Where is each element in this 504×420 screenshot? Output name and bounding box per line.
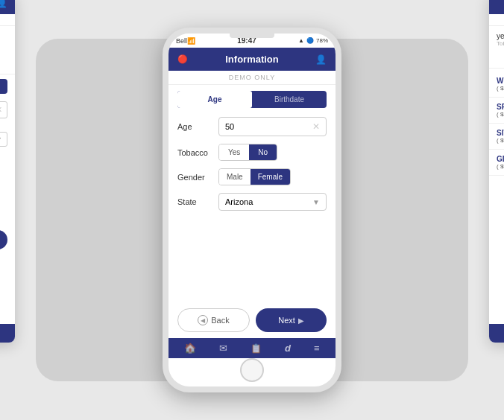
left-tab-premium[interactable]: Premium xyxy=(0,79,7,94)
tobacco-yes-option[interactable]: Yes xyxy=(219,144,249,160)
back-chevron-icon: ◀ xyxy=(198,315,208,325)
state-select[interactable]: Arizona ▼ xyxy=(218,193,327,211)
gender-label: Gender xyxy=(177,173,218,182)
app-header: 🔴 Information 👤 xyxy=(168,48,336,71)
user-icon[interactable]: 👤 xyxy=(312,54,327,65)
bottom-actions: ◀ Back Next ▶ xyxy=(168,302,336,338)
age-input[interactable]: 50 ✕ xyxy=(218,117,327,136)
product-title-1: SPWL xyxy=(497,103,504,111)
next-label: Next xyxy=(278,316,295,325)
age-row: Age 50 ✕ xyxy=(177,117,327,136)
tobacco-label: Tobacco xyxy=(177,148,218,157)
tab-age[interactable]: Age xyxy=(177,91,252,108)
list-item[interactable]: SIWL ( $5,000.00 - $25,000.00 ) ▶ xyxy=(489,124,504,150)
left-bottom-actions: ◀ Back Calculate ▶ xyxy=(0,226,15,254)
left-state-value: AZ xyxy=(0,57,7,65)
state-row: State Arizona ▼ xyxy=(177,193,327,211)
nav-menu[interactable]: ≡ xyxy=(314,343,320,354)
form-content: Age 50 ✕ Tobacco Yes No Gender Male xyxy=(168,114,336,302)
left-calculate-button[interactable]: Calculate ▶ xyxy=(0,230,7,249)
age-value: 50 xyxy=(225,122,234,131)
product-range-2: ( $5,000.00 - $25,000.00 ) xyxy=(497,137,504,144)
product-range-0: ( $25,000.00 - $9,999,999.00 ) xyxy=(497,85,504,92)
left-face-amount-clear[interactable]: ✕ xyxy=(0,105,2,115)
battery: 78% xyxy=(316,37,328,44)
nav-mail[interactable]: ✉ xyxy=(219,343,227,354)
right-age-value: years old xyxy=(497,32,504,40)
state-value: Arizona xyxy=(225,197,253,206)
left-tab-toggle: Face Amount Premium xyxy=(0,79,7,94)
right-header: Product List 👤 xyxy=(489,0,504,14)
list-item[interactable]: SPWL ( $24,773.94 - $495,478.76 ) ▶ xyxy=(489,98,504,124)
product-list: Whole Life ( $25,000.00 - $9,999,999.00 … xyxy=(489,69,504,324)
bluetooth-icon: 🔵 xyxy=(306,37,314,44)
left-gender-value: Female xyxy=(0,39,7,47)
gender-toggle: Male Female xyxy=(218,168,291,185)
state-chevron: ▼ xyxy=(312,198,320,206)
right-bottom-nav: ✉ 📋 d ≡ xyxy=(489,324,504,343)
tab-toggle: Age Birthdate xyxy=(177,91,327,108)
product-range-3: ( $5,000.00 - $10,000.00 ) xyxy=(497,163,504,170)
next-button[interactable]: Next ▶ xyxy=(256,308,327,332)
list-item[interactable]: Whole Life ( $25,000.00 - $9,999,999.00 … xyxy=(489,71,504,98)
gender-female-option[interactable]: Female xyxy=(251,169,290,185)
right-tobacco-label: Tobacco xyxy=(497,40,504,47)
left-mode-select[interactable]: Monthly EFT ▼ xyxy=(0,132,7,147)
right-demo-label: DEMO ONLY xyxy=(489,14,504,26)
phone-screen: Bell 📶 19:47 ▲ 🔵 78% 🔴 Information 👤 DEM… xyxy=(168,34,336,358)
center-phone: Bell 📶 19:47 ▲ 🔵 78% 🔴 Information 👤 DEM… xyxy=(163,28,341,392)
product-title-0: Whole Life xyxy=(497,77,504,85)
page-title: Information xyxy=(192,54,312,65)
product-title-3: GDB xyxy=(497,155,504,163)
product-title-2: SIWL xyxy=(497,129,504,137)
left-gender-label: Gender xyxy=(0,32,7,39)
signal-icon: 📶 xyxy=(187,37,195,45)
nav-home[interactable]: 🏠 xyxy=(184,343,196,354)
demo-only-label: DEMO ONLY xyxy=(168,71,336,85)
left-face-amount-input[interactable]: 30,000.00 ✕ xyxy=(0,101,7,118)
age-label: Age xyxy=(177,122,218,131)
nav-d[interactable]: d xyxy=(285,343,291,354)
gender-row: Gender Male Female xyxy=(177,168,327,185)
phone-home-button[interactable] xyxy=(240,358,264,382)
left-demo-label: DEMO ONLY xyxy=(0,14,15,26)
location-icon: ▲ xyxy=(298,37,304,44)
next-chevron-icon: ▶ xyxy=(298,316,304,325)
left-state-label: State xyxy=(0,50,7,57)
right-info-block: years old Tobacco Gender Female State AZ xyxy=(489,26,504,69)
bottom-nav: 🏠 ✉ 📋 d ≡ xyxy=(168,338,336,358)
left-screen: 🔴 WHOLE LIFE 👤 DEMO ONLY Age 50 years ol… xyxy=(0,0,15,343)
left-bottom-nav: 🏠 ✉ 📋 d ≡ xyxy=(0,324,15,343)
right-screen: Product List 👤 DEMO ONLY years old Tobac… xyxy=(489,0,504,343)
list-item[interactable]: GDB ( $5,000.00 - $10,000.00 ) ▶ xyxy=(489,150,504,176)
phone-notch xyxy=(230,34,274,38)
left-form: Face Amount 30,000.00 ✕ ( $25,000 - $9,9… xyxy=(0,98,15,156)
age-clear-icon[interactable]: ✕ xyxy=(312,121,320,132)
product-range-1: ( $24,773.94 - $495,478.76 ) xyxy=(497,111,504,118)
nav-doc[interactable]: 📋 xyxy=(251,343,262,354)
tobacco-toggle: Yes No xyxy=(218,144,277,161)
tab-birthdate[interactable]: Birthdate xyxy=(252,91,327,108)
brand-icon: 🔴 xyxy=(177,54,192,64)
carrier: Bell xyxy=(176,37,187,45)
left-info-block: Age 50 years old Gender Female Tobacco N… xyxy=(0,26,15,74)
left-user-icon: 👤 xyxy=(0,0,7,8)
state-label: State xyxy=(177,197,218,206)
gender-male-option[interactable]: Male xyxy=(219,169,251,185)
left-face-amount-hint: ( $25,000 - $9,999,999 ) xyxy=(0,121,7,127)
tobacco-row: Tobacco Yes No xyxy=(177,144,327,161)
left-mode-chevron: ▼ xyxy=(0,136,2,143)
tobacco-no-option[interactable]: No xyxy=(249,144,277,160)
left-header: 🔴 WHOLE LIFE 👤 xyxy=(0,0,15,14)
back-label: Back xyxy=(211,316,229,325)
back-button[interactable]: ◀ Back xyxy=(177,308,250,332)
